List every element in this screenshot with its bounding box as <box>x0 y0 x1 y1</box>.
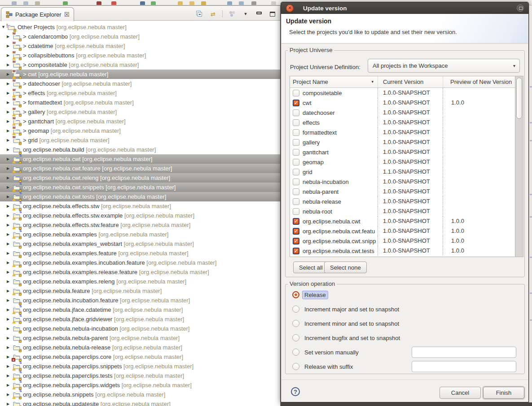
project-checkbox[interactable] <box>293 179 299 185</box>
project-checkbox[interactable] <box>293 109 299 116</box>
tree-item[interactable]: ▶org.eclipse.nebula.feature [org.eclipse… <box>0 286 280 296</box>
tree-item[interactable]: ▶⇅org.eclipse.nebula.jface.cdatetime [or… <box>0 305 280 314</box>
toolbar-icon[interactable] <box>111 1 116 5</box>
help-button[interactable]: ? <box>291 387 300 396</box>
expand-icon[interactable]: ▶ <box>7 249 13 258</box>
project-checkbox[interactable]: ✓ <box>293 238 299 244</box>
project-universe-definition-select[interactable]: All projects in the Workspace ▾ <box>368 59 520 73</box>
table-row[interactable]: ✓org.eclipse.nebula.cwt.tests1.0.0-SNAPS… <box>290 246 523 256</box>
project-checkbox[interactable] <box>293 159 299 166</box>
radio-icon[interactable] <box>292 363 299 370</box>
toolbar-icon[interactable] <box>140 1 145 5</box>
tree-item[interactable]: ▶org.eclipse.nebula.cwt.releng [org.ecli… <box>0 173 280 183</box>
tree-item[interactable]: ▶M> geomap [org.eclipse.nebula master] <box>0 126 280 135</box>
project-checkbox[interactable] <box>293 119 299 126</box>
project-checkbox[interactable]: ✓ <box>293 228 299 235</box>
maximize-view-icon[interactable] <box>268 10 277 18</box>
tree-item[interactable]: ▶M> ganttchart [org.eclipse.nebula maste… <box>0 117 280 126</box>
project-checkbox[interactable] <box>293 188 299 195</box>
project-checkbox[interactable] <box>293 139 299 146</box>
column-header-preview[interactable]: Preview of New Version <box>443 76 515 87</box>
expand-icon[interactable]: ▶ <box>7 173 13 183</box>
tree-item[interactable]: ▶⇅org.eclipse.nebula.cwt.tests [org.ecli… <box>0 192 280 201</box>
project-checkbox[interactable]: ✓ <box>293 248 299 254</box>
project-checkbox[interactable] <box>293 90 299 96</box>
version-input[interactable] <box>412 347 516 358</box>
tree-item[interactable]: ▶org.eclipse.nebula.examples.feature [or… <box>0 249 280 258</box>
radio-icon[interactable] <box>292 349 299 356</box>
tree-item[interactable]: ▶M> collapsiblebuttons [org.eclipse.nebu… <box>0 51 280 60</box>
project-checkbox[interactable] <box>293 129 299 136</box>
expand-icon[interactable]: ▶ <box>7 277 13 286</box>
minimize-view-icon[interactable] <box>255 10 263 18</box>
toolbar-icon[interactable] <box>178 1 183 5</box>
version-input[interactable] <box>412 361 516 372</box>
tab-package-explorer[interactable]: Package Explorer ☒ <box>1 7 74 21</box>
tree-item[interactable]: ▶M> gallery [org.eclipse.nebula master] <box>0 107 280 117</box>
tree-item[interactable]: ▶M> compositetable [org.eclipse.nebula m… <box>0 60 280 70</box>
project-checkbox[interactable] <box>293 149 299 156</box>
table-row[interactable]: datechooser1.0.0-SNAPSHOT <box>290 108 523 118</box>
table-row[interactable]: nebula-root1.0.0-SNAPSHOT <box>290 206 523 216</box>
project-checkbox[interactable] <box>293 208 299 215</box>
table-row[interactable]: nebula-release1.0.0-SNAPSHOT <box>290 196 523 206</box>
table-row[interactable]: nebula-parent1.0.0-SNAPSHOT <box>290 187 523 196</box>
tree-item[interactable]: ▶org.eclipse.nebula.nebula-release [org.… <box>0 343 280 352</box>
tree-item[interactable]: ▶org.eclipse.nebula.examples_webstart [o… <box>0 239 280 249</box>
toolbar-icon[interactable] <box>227 1 232 5</box>
tree-item[interactable]: ▶⇅org.eclipse.nebula.paperclips.widgets … <box>0 380 280 390</box>
expand-icon[interactable]: ▶ <box>7 343 13 352</box>
select-all-button[interactable]: Select all <box>293 262 329 273</box>
version-option-set-version-manually[interactable]: Set version manually <box>285 345 525 359</box>
table-row[interactable]: gallery1.0.0-SNAPSHOT <box>290 137 523 147</box>
expand-icon[interactable]: ▶ <box>7 324 13 333</box>
tree-item[interactable]: ▶⇅org.eclipse.nebula.examples [org.eclip… <box>0 230 280 239</box>
tree-item[interactable]: ▶org.eclipse.nebula.examples.release.fea… <box>0 267 280 277</box>
toolbar-icon[interactable] <box>63 1 68 5</box>
toolbar-icon[interactable] <box>35 1 40 5</box>
table-row[interactable]: ✓org.eclipse.nebula.cwt.featu1.0.0-SNAPS… <box>290 226 523 236</box>
tree-item[interactable]: ▶⇅org.eclipse.nebula.cwt.snippets [org.e… <box>0 183 280 192</box>
project-checkbox[interactable] <box>293 198 299 205</box>
expand-icon[interactable]: ▶ <box>7 145 13 154</box>
table-row[interactable]: formattedtext1.0.0-SNAPSHOT <box>290 127 523 137</box>
tree-item[interactable]: ▶M> cdatetime [org.eclipse.nebula master… <box>0 41 280 51</box>
tree-item[interactable]: ▶org.eclipse.nebula.updatesite [org.ecli… <box>0 399 280 406</box>
tree-item[interactable]: ▶org.eclipse.nebula.examples.incubation.… <box>0 258 280 267</box>
table-row[interactable]: ✓org.eclipse.nebula.cwt.snipp1.0.0-SNAPS… <box>290 236 523 246</box>
close-icon[interactable]: ✕ <box>286 4 294 12</box>
tree-item[interactable]: ▶M> effects [org.eclipse.nebula master] <box>0 88 280 98</box>
column-header-project-name[interactable]: Project Name ▾ <box>290 76 378 87</box>
tree-item[interactable]: ▶×org.eclipse.nebula.paperclips.core [or… <box>0 352 280 362</box>
table-row[interactable]: ✓cwt1.0.0-SNAPSHOT1.0.0 <box>290 98 523 108</box>
focus-working-set-icon[interactable] <box>228 10 236 18</box>
cancel-button[interactable]: Cancel <box>440 387 481 399</box>
collapse-all-icon[interactable] <box>195 10 203 18</box>
tree-item[interactable]: ▶M> formattedtext [org.eclipse.nebula ma… <box>0 98 280 107</box>
expand-icon[interactable]: ▶ <box>7 239 13 249</box>
toolbar-icon[interactable] <box>239 1 244 5</box>
tree-item[interactable]: ▶⇅org.eclipse.nebula.paperclips.tests [o… <box>0 371 280 380</box>
dialog-titlebar[interactable]: ✕ Update version <box>281 2 528 14</box>
column-header-current-version[interactable]: Current Version <box>378 76 443 87</box>
expand-icon[interactable]: ▶ <box>7 296 13 305</box>
tree-item[interactable]: ▶org.eclipse.nebula.cwt.feature [org.ecl… <box>0 164 280 173</box>
expand-icon[interactable]: ▶ <box>7 333 13 343</box>
table-row[interactable]: geomap1.0.0-SNAPSHOT <box>290 157 523 167</box>
select-none-button[interactable]: Select none <box>324 262 367 273</box>
tree-item[interactable]: ▶⇅org.eclipse.nebula.jface.gridviewer [o… <box>0 314 280 324</box>
tree-item[interactable]: ▶org.eclipse.nebula.examples.releng [org… <box>0 277 280 286</box>
expand-icon[interactable]: ▶ <box>7 399 13 406</box>
view-menu-icon[interactable]: ▼ <box>242 10 250 18</box>
table-row[interactable]: ✓org.eclipse.nebula.cwt1.0.0-SNAPSHOT1.0… <box>290 216 523 226</box>
restore-icon[interactable] <box>517 4 524 12</box>
tree-item[interactable]: ▶⇅org.eclipse.nebula.effects.stw.example… <box>0 211 280 220</box>
toolbar-icon[interactable] <box>23 1 28 5</box>
tree-item[interactable]: ▶M> calendarcombo [org.eclipse.nebula ma… <box>0 32 280 41</box>
version-option-increment-major-and-set-to-snapshot[interactable]: Increment major and set to snapshot <box>285 302 525 316</box>
tree-item[interactable]: ▶org.eclipse.nebula.build [org.eclipse.n… <box>0 145 280 154</box>
table-row[interactable]: ganttchart1.0.0-SNAPSHOT <box>290 147 523 157</box>
project-checkbox[interactable] <box>293 169 299 175</box>
tree-item[interactable]: ▶⇅org.eclipse.nebula.effects.stw [org.ec… <box>0 201 280 211</box>
tree-item[interactable]: ▶⇅org.eclipse.nebula.paperclips.snippets… <box>0 362 280 371</box>
